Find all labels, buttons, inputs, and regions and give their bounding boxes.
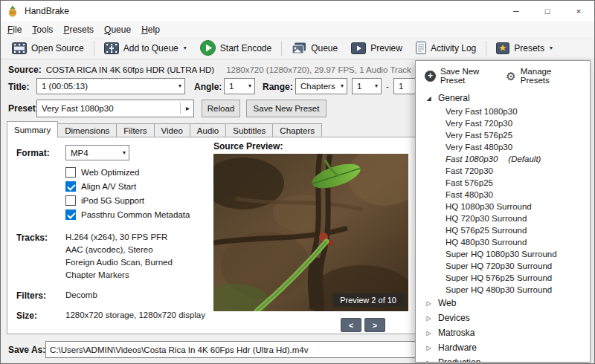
angle-label: Angle: [194,82,222,92]
checkbox-passthru-common-metadata[interactable]: Passthru Common Metadata [65,209,190,220]
reload-button[interactable]: Reload [202,100,240,117]
menu-tools[interactable]: Tools [27,23,58,36]
source-preview-label: Source Preview: [213,141,283,152]
presets-button[interactable]: Presets ▾ [489,40,559,56]
preset-item[interactable]: HQ 480p30 Surround [416,236,590,248]
start-encode-button[interactable]: Start Encode [193,38,278,58]
add-to-queue-icon [104,42,119,54]
menu-file[interactable]: File [2,23,27,36]
tree-collapsed-icon: ▷ [425,330,433,337]
add-to-queue-button[interactable]: Add to Queue ▾ [97,40,193,56]
preset-select[interactable]: Very Fast 1080p30 ▸ [36,100,194,117]
checkbox-align-av-start[interactable]: Align A/V Start [65,181,136,192]
chevron-down-icon: ▾ [341,82,344,89]
minimize-button[interactable]: ─ [501,1,532,22]
save-as-label: Save As: [8,345,45,355]
preset-item[interactable]: HQ 1080p30 Surround [416,201,590,212]
preset-group-general[interactable]: ◢ General [416,91,590,105]
tree-collapsed-icon: ▷ [425,345,433,351]
manage-presets-action[interactable]: ⚙ Manage Presets [506,67,582,85]
tab-dimensions[interactable]: Dimensions [57,123,117,137]
activity-log-button[interactable]: Activity Log [409,39,483,56]
preset-group-devices[interactable]: ▷ Devices [416,311,590,325]
filters-label: Filters: [16,290,46,301]
title-label: Title: [8,82,29,92]
tab-summary[interactable]: Summary [7,121,58,137]
checkbox-box[interactable] [65,167,76,178]
tab-filters[interactable]: Filters [116,123,154,137]
checkbox-box[interactable] [65,209,76,220]
preset-item[interactable]: Very Fast 720p30 [416,117,590,129]
toolbar-separator [94,41,94,56]
preset-arrow-icon: ▸ [186,104,190,112]
track-line: AAC (avcodec), Stereo [65,245,153,254]
preview-prev-button[interactable]: < [341,318,361,332]
preset-item[interactable]: HQ 576p25 Surround [416,224,590,236]
tree-collapsed-icon: ▷ [425,300,433,307]
preset-item[interactable]: Fast 576p25 [416,177,590,189]
chevron-down-icon: ▾ [123,149,126,156]
source-row: Source: COSTA RICA IN 4K 60fps HDR (ULTR… [8,65,411,75]
chevron-down-icon: ▾ [550,45,553,51]
tab-subtitles[interactable]: Subtitles [225,123,273,137]
preset-group-hardware[interactable]: ▷ Hardware [416,340,590,355]
open-source-button[interactable]: Open Source [5,40,91,56]
checkbox-web-optimized[interactable]: Web Optimized [65,167,139,178]
checkbox-box[interactable] [65,195,76,206]
save-new-preset-action[interactable]: + Save New Preset [425,67,506,85]
queue-button[interactable]: Queue [285,40,344,56]
preset-label: Preset: [8,103,39,114]
preset-item[interactable]: Super HQ 720p30 Surround [416,260,590,272]
tree-collapsed-icon: ▷ [425,315,433,322]
preset-item[interactable]: Very Fast 480p30 [416,141,590,153]
preset-item[interactable]: Super HQ 1080p30 Surround [416,248,590,260]
format-select[interactable]: MP4 ▾ [65,145,129,160]
checkbox-ipod-5g-support[interactable]: iPod 5G Support [65,195,144,206]
preview-next-button[interactable]: > [364,318,385,332]
format-label: Format: [16,148,50,158]
tab-chapters[interactable]: Chapters [272,123,322,137]
title-select[interactable]: 1 (00:05:13) ▾ [36,78,185,94]
preview-button[interactable]: Preview [344,40,409,56]
save-new-preset-button[interactable]: Save New Preset [246,100,327,117]
toolbar-separator [486,41,486,56]
handbrake-logo-icon [7,5,19,17]
tab-audio[interactable]: Audio [190,123,226,137]
menu-queue[interactable]: Queue [99,23,136,36]
preset-item[interactable]: Super HQ 480p30 Surround [416,284,590,296]
add-circle-icon: + [425,71,436,82]
range-from-select[interactable]: 1 ▾ [352,78,382,94]
window-title: HandBrake [25,6,69,16]
source-preview-image: Preview 2 of 10 [213,154,408,311]
menu-presets[interactable]: Presets [58,23,99,36]
activity-log-icon [416,42,426,54]
preview-icon [351,42,366,54]
tab-video[interactable]: Video [154,123,190,137]
preset-item[interactable]: Very Fast 1080p30 [416,105,590,117]
menu-help[interactable]: Help [136,23,165,36]
preset-group-web[interactable]: ▷ Web [416,296,590,311]
preset-item[interactable]: Super HQ 576p25 Surround [416,272,590,284]
preset-item[interactable]: Fast 720p30 [416,165,590,177]
presets-panel: + Save New Preset ⚙ Manage Presets ◢ Gen… [415,60,591,363]
titlebar: HandBrake ─ □ × [1,1,594,22]
angle-select[interactable]: 1 ▾ [224,78,255,94]
size-label: Size: [16,311,37,321]
preset-item[interactable]: HQ 720p30 Surround [416,212,590,224]
maximize-button[interactable]: □ [532,1,563,22]
range-label: Range: [263,82,293,92]
preset-item[interactable]: Very Fast 576p25 [416,129,590,141]
tree-expanded-icon: ◢ [425,95,433,102]
range-type-select[interactable]: Chapters ▾ [295,78,347,94]
source-label: Source: [8,65,42,75]
range-dash: - [386,82,389,91]
close-button[interactable]: × [563,1,594,22]
preset-item[interactable]: Fast 480p30 [416,189,590,201]
filters-value: Decomb [65,290,97,299]
preset-group-production[interactable]: ▷ Production [416,355,590,362]
preset-group-matroska[interactable]: ▷ Matroska [416,325,590,340]
chevron-down-icon: ▾ [178,82,181,89]
handbrake-window: HandBrake ─ □ × File Tools Presets Queue… [0,0,595,364]
preset-item-default[interactable]: Fast 1080p30 (Default) [416,153,590,165]
checkbox-box[interactable] [65,181,76,192]
